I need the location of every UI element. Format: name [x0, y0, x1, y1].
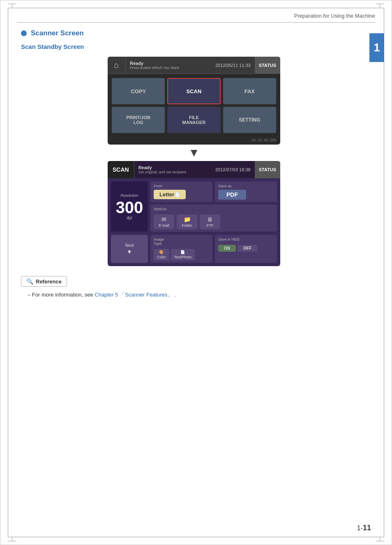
main-menu-screen: ⌂ Ready Press Button Which You Want 2012… [108, 57, 280, 145]
folder-label: Folder [182, 223, 192, 228]
from-label: From [154, 184, 162, 188]
color-icon: 🎨 [159, 250, 164, 254]
header-title: Preparation for Using the Machine [294, 13, 375, 19]
screen-header: ⌂ Ready Press Button Which You Want 2012… [108, 57, 280, 74]
resolution-unit: dpi [127, 216, 132, 220]
screen-datetime: 2012/05/11 11:33 [211, 57, 255, 74]
color-button[interactable]: 🎨 Color [154, 249, 169, 260]
sendto-buttons: ✉ E-mail 📁 Folder 🖥 FTP [154, 214, 274, 229]
main-content: Scanner Screen Scan Standby Screen ⌂ Rea… [21, 29, 367, 299]
page-border-right [384, 8, 384, 537]
imagetype-box: ImageType 🎨 Color 📄 Text/Photo [150, 235, 212, 263]
saveas-box: Save as PDF [215, 182, 277, 202]
textphoto-label: Text/Photo [174, 255, 192, 259]
reference-text: For more information, see Chapter 5 「Sca… [21, 291, 367, 299]
section-title: Scanner Screen [31, 29, 84, 37]
reference-text-before: For more information, see [32, 292, 95, 298]
resolution-box: Resolution 300 dpi [111, 182, 148, 232]
imagetype-buttons: 🎨 Color 📄 Text/Photo [154, 249, 209, 260]
scan-status-sub: Set original, and set recipient [138, 170, 207, 174]
textphoto-button[interactable]: 📄 Text/Photo [171, 249, 195, 260]
page-footer: 1-11 [357, 524, 371, 532]
page-number: 11 [363, 524, 371, 532]
reference-text-after: . [174, 292, 176, 298]
pdf-button[interactable]: PDF [218, 190, 246, 200]
scan-button[interactable]: SCAN [167, 78, 220, 104]
savehdd-box: Save in HDD ON OFF [215, 235, 277, 263]
resolution-value: 300 [116, 199, 143, 216]
saveas-label: Save as [218, 184, 232, 188]
file-manager-button[interactable]: FILEMANAGER [167, 107, 220, 133]
fax-button[interactable]: FAX [223, 78, 276, 104]
email-icon: ✉ [161, 216, 166, 223]
savehdd-buttons: ON OFF [218, 245, 274, 252]
folder-icon: 📁 [184, 216, 191, 223]
reference-section: 🔍 Reference For more information, see Ch… [21, 276, 367, 299]
status-ready: Ready [130, 61, 207, 66]
resolution-label: Resolution [121, 193, 138, 198]
scan-label: SCAN [113, 166, 129, 173]
tick-bl-v [12, 537, 12, 541]
imagetype-label: ImageType [154, 237, 209, 246]
screen-footer: 10, 15, 20, 250 [108, 137, 280, 145]
page-border-left [8, 8, 8, 537]
chapter-number: 1 [374, 41, 380, 54]
sendto-label: Send to [154, 207, 274, 211]
reference-link[interactable]: Chapter 5 「Scanner Features」 [95, 292, 173, 298]
tick-br-h [376, 541, 384, 541]
section-heading: Scanner Screen [21, 29, 367, 37]
next-button[interactable]: Next ▼ [111, 235, 148, 263]
bottom-row: Next ▼ ImageType 🎨 Color 📄 Text/Photo [108, 235, 280, 266]
hdd-off-button[interactable]: OFF [238, 245, 257, 252]
color-label: Color [157, 255, 166, 259]
email-label: E-mail [159, 223, 169, 228]
scan-screen: SCAN Ready Set original, and set recipie… [108, 161, 280, 266]
scan-body: Resolution 300 dpi From Letter 📄 Save as… [108, 178, 280, 235]
letter-icon: 📄 [175, 192, 180, 197]
sub-heading: Scan Standby Screen [21, 43, 367, 50]
letter-button[interactable]: Letter 📄 [154, 190, 186, 199]
page-border-top [8, 8, 384, 8]
savehdd-label: Save in HDD [218, 237, 274, 241]
tick-tr-h [376, 4, 384, 4]
status-sub: Press Button Which You Want [130, 66, 207, 70]
from-box: From Letter 📄 [150, 182, 212, 202]
scan-ready: Ready [138, 165, 207, 170]
reference-badge: 🔍 Reference [21, 276, 67, 287]
ftp-button[interactable]: 🖥 FTP [200, 214, 220, 229]
home-btn[interactable]: ⌂ [108, 57, 126, 74]
next-label: Next [125, 243, 134, 248]
page-prefix: 1- [357, 524, 363, 531]
scan-header: SCAN Ready Set original, and set recipie… [108, 161, 280, 178]
menu-grid: COPY SCAN FAX PRINT/JOBLOG FILEMANAGER S… [108, 74, 280, 137]
page-header: Preparation for Using the Machine [17, 13, 375, 23]
reference-label: Reference [36, 278, 62, 285]
page-border-bottom [8, 537, 384, 537]
scan-label-box: SCAN [108, 161, 134, 178]
hdd-on-button[interactable]: ON [218, 245, 236, 252]
section-dot-icon [21, 30, 27, 36]
folder-button[interactable]: 📁 Folder [177, 214, 197, 229]
screens-container: ⌂ Ready Press Button Which You Want 2012… [21, 57, 367, 266]
copy-button[interactable]: COPY [112, 78, 165, 104]
reference-icon: 🔍 [26, 278, 33, 285]
next-arrow-icon: ▼ [127, 248, 132, 255]
sendto-box: Send to ✉ E-mail 📁 Folder 🖥 FTP [150, 205, 277, 232]
tick-tl-v [12, 4, 12, 8]
email-button[interactable]: ✉ E-mail [154, 214, 174, 229]
setting-button[interactable]: SETTING [223, 107, 276, 133]
ftp-icon: 🖥 [207, 216, 213, 223]
textphoto-icon: 📄 [180, 250, 185, 254]
print-job-button[interactable]: PRINT/JOBLOG [112, 107, 165, 133]
file-manager-label: FILEMANAGER [182, 115, 206, 125]
scan-datetime: 2012/07/03 18:38 [211, 161, 255, 178]
scan-status-btn[interactable]: STATUS [255, 161, 280, 178]
letter-label: Letter [159, 191, 174, 198]
arrow-down-icon: ▼ [188, 147, 200, 159]
home-icon: ⌂ [114, 60, 119, 70]
screen-status-area: Ready Press Button Which You Want [126, 57, 211, 74]
ftp-label: FTP [207, 223, 214, 228]
print-job-label: PRINT/JOBLOG [126, 115, 150, 125]
tick-tr-v [380, 4, 380, 8]
status-button[interactable]: STATUS [255, 57, 280, 74]
